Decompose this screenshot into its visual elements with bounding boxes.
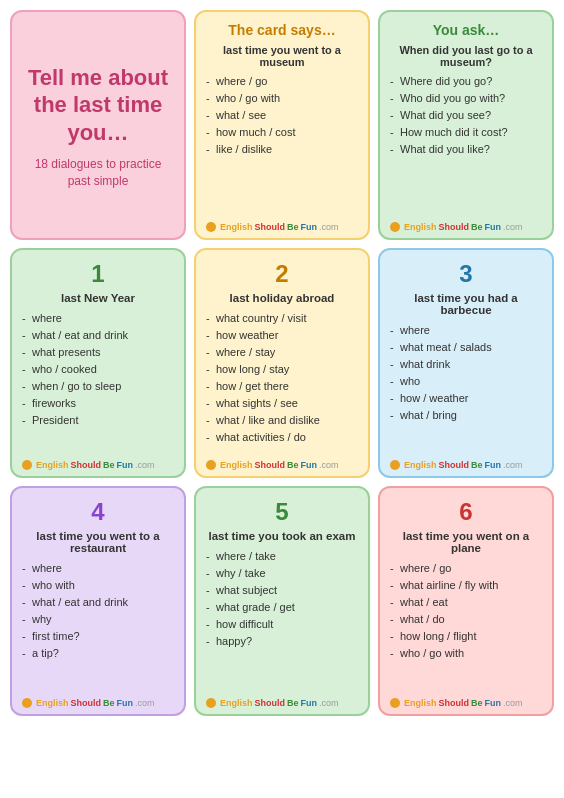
- list-item: who / cooked: [22, 361, 174, 378]
- brand-footer: English Should Be Fun .com: [390, 460, 542, 470]
- brand-be: Be: [471, 698, 483, 708]
- brand-com: .com: [319, 460, 339, 470]
- brand-icon: [22, 460, 32, 470]
- you-ask-list: Where did you go? Who did you go with? W…: [390, 73, 542, 216]
- brand-com: .com: [503, 222, 523, 232]
- card-4-list: where who with what / eat and drink why …: [22, 560, 174, 692]
- card-1-list: where what / eat and drink what presents…: [22, 310, 174, 454]
- card-5-num: 5: [206, 498, 358, 526]
- card-2-topic: last holiday abroad: [206, 292, 358, 304]
- card-3-topic: last time you had a barbecue: [390, 292, 542, 316]
- list-item: why: [22, 611, 174, 628]
- brand-should: Should: [71, 698, 102, 708]
- list-item: what / see: [206, 107, 358, 124]
- brand-icon: [390, 698, 400, 708]
- brand-com: .com: [135, 698, 155, 708]
- card-6-topic: last time you went on a plane: [390, 530, 542, 554]
- brand-fun: Fun: [485, 698, 502, 708]
- brand-footer: English Should Be Fun .com: [390, 222, 542, 232]
- brand-fun: Fun: [301, 698, 318, 708]
- list-item: What did you like?: [390, 141, 542, 158]
- brand-english: English: [404, 698, 437, 708]
- card-1: 1 last New Year where what / eat and dri…: [10, 248, 186, 478]
- brand-icon: [206, 698, 216, 708]
- brand-fun: Fun: [117, 460, 134, 470]
- you-ask-subtitle: When did you last go to a museum?: [390, 44, 542, 68]
- card-4: 4 last time you went to a restaurant whe…: [10, 486, 186, 716]
- brand-footer: English Should Be Fun .com: [390, 698, 542, 708]
- card-2: 2 last holiday abroad what country / vis…: [194, 248, 370, 478]
- list-item: what meat / salads: [390, 339, 542, 356]
- list-item: when / go to sleep: [22, 378, 174, 395]
- list-item: how / get there: [206, 378, 358, 395]
- list-item: what airline / fly with: [390, 577, 542, 594]
- list-item: like / dislike: [206, 141, 358, 158]
- list-item: what / eat and drink: [22, 594, 174, 611]
- you-ask-card: You ask… When did you last go to a museu…: [378, 10, 554, 240]
- list-item: what grade / get: [206, 599, 358, 616]
- brand-english: English: [36, 698, 69, 708]
- brand-should: Should: [71, 460, 102, 470]
- list-item: how long / stay: [206, 361, 358, 378]
- brand-com: .com: [319, 222, 339, 232]
- brand-should: Should: [439, 222, 470, 232]
- card-3-num: 3: [390, 260, 542, 288]
- brand-icon: [390, 222, 400, 232]
- brand-footer: English Should Be Fun .com: [206, 222, 358, 232]
- list-item: fireworks: [22, 395, 174, 412]
- card-6-num: 6: [390, 498, 542, 526]
- list-item: who / go with: [206, 90, 358, 107]
- card-3-list: where what meat / salads what drink who …: [390, 322, 542, 454]
- card-says-list: where / go who / go with what / see how …: [206, 73, 358, 216]
- brand-be: Be: [471, 222, 483, 232]
- card-says: The card says… last time you went to a m…: [194, 10, 370, 240]
- list-item: what / eat: [390, 594, 542, 611]
- list-item: where: [22, 560, 174, 577]
- card-5-list: where / take why / take what subject wha…: [206, 548, 358, 692]
- brand-fun: Fun: [485, 222, 502, 232]
- list-item: who with: [22, 577, 174, 594]
- brand-com: .com: [503, 698, 523, 708]
- list-item: why / take: [206, 565, 358, 582]
- list-item: what / like and dislike: [206, 412, 358, 429]
- card-4-topic: last time you went to a restaurant: [22, 530, 174, 554]
- brand-english: English: [220, 698, 253, 708]
- brand-icon: [206, 222, 216, 232]
- list-item: how / weather: [390, 390, 542, 407]
- list-item: happy?: [206, 633, 358, 650]
- list-item: where / stay: [206, 344, 358, 361]
- brand-footer: English Should Be Fun .com: [22, 460, 174, 470]
- list-item: where / take: [206, 548, 358, 565]
- brand-footer: English Should Be Fun .com: [206, 698, 358, 708]
- brand-english: English: [220, 222, 253, 232]
- card-6-list: where / go what airline / fly with what …: [390, 560, 542, 692]
- brand-be: Be: [471, 460, 483, 470]
- list-item: what presents: [22, 344, 174, 361]
- list-item: what subject: [206, 582, 358, 599]
- intro-title: Tell me about the last time you…: [22, 64, 174, 147]
- list-item: where: [390, 322, 542, 339]
- brand-english: English: [404, 222, 437, 232]
- list-item: What did you see?: [390, 107, 542, 124]
- brand-english: English: [36, 460, 69, 470]
- brand-fun: Fun: [485, 460, 502, 470]
- list-item: President: [22, 412, 174, 429]
- list-item: who / go with: [390, 645, 542, 662]
- card-says-subtitle: last time you went to a museum: [206, 44, 358, 68]
- list-item: where / go: [206, 73, 358, 90]
- list-item: Who did you go with?: [390, 90, 542, 107]
- list-item: what activities / do: [206, 429, 358, 446]
- brand-icon: [390, 460, 400, 470]
- list-item: what / bring: [390, 407, 542, 424]
- card-3: 3 last time you had a barbecue where wha…: [378, 248, 554, 478]
- list-item: where: [22, 310, 174, 327]
- brand-fun: Fun: [301, 460, 318, 470]
- list-item: how difficult: [206, 616, 358, 633]
- list-item: How much did it cost?: [390, 124, 542, 141]
- list-item: how much / cost: [206, 124, 358, 141]
- list-item: what sights / see: [206, 395, 358, 412]
- brand-fun: Fun: [301, 222, 318, 232]
- card-1-num: 1: [22, 260, 174, 288]
- brand-be: Be: [287, 460, 299, 470]
- main-grid: Tell me about the last time you… 18 dial…: [10, 10, 554, 716]
